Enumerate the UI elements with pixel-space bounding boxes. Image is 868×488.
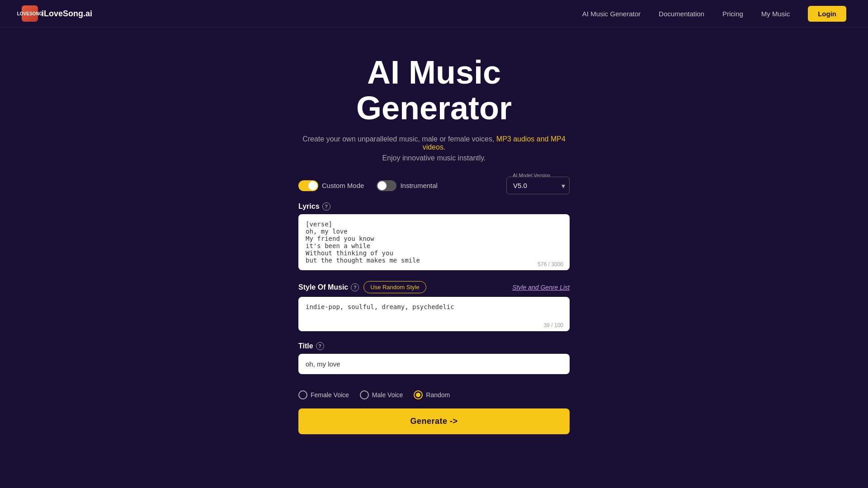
title-help-icon[interactable]: ? xyxy=(316,342,324,350)
lyrics-textarea-wrapper: [verse] oh, my love My friend you know i… xyxy=(298,214,570,272)
main-content: AI Music Generator Create your own unpar… xyxy=(289,28,579,452)
lyrics-label: Lyrics ? xyxy=(298,202,570,211)
logo[interactable]: LOVESONG iLoveSong.ai xyxy=(22,5,92,22)
custom-mode-toggle-item[interactable]: Custom Mode xyxy=(298,180,364,191)
nav-links: AI Music Generator Documentation Pricing… xyxy=(582,10,790,18)
ai-model-select-wrapper: V5.0 V4.0 V3.0 xyxy=(506,177,570,194)
lyrics-section: Lyrics ? [verse] oh, my love My friend y… xyxy=(298,202,570,272)
title-input[interactable] xyxy=(298,354,570,374)
male-voice-label: Male Voice xyxy=(372,391,403,399)
title-label: Title ? xyxy=(298,342,570,350)
logo-icon: LOVESONG xyxy=(22,5,38,22)
instrumental-toggle[interactable] xyxy=(377,180,396,191)
generate-button[interactable]: Generate -> xyxy=(298,408,570,434)
random-voice-radio-inner xyxy=(416,393,420,397)
style-textarea[interactable]: indie-pop, soulful, dreamy, psychedelic xyxy=(298,297,570,331)
login-button[interactable]: Login xyxy=(808,6,846,22)
instrumental-label: Instrumental xyxy=(400,182,438,189)
lyrics-char-count: 576 / 3000 xyxy=(538,261,563,267)
lyrics-help-icon[interactable]: ? xyxy=(322,202,330,211)
nav-link-documentation[interactable]: Documentation xyxy=(659,10,704,18)
navigation: LOVESONG iLoveSong.ai AI Music Generator… xyxy=(0,0,868,28)
style-textarea-wrapper: indie-pop, soulful, dreamy, psychedelic … xyxy=(298,297,570,333)
male-voice-radio[interactable] xyxy=(360,390,369,399)
custom-mode-toggle[interactable] xyxy=(298,180,318,191)
toggles-group: Custom Mode Instrumental xyxy=(298,180,438,191)
random-voice-radio[interactable] xyxy=(414,390,423,399)
style-label: Style Of Music ? xyxy=(298,283,359,291)
style-row: Style Of Music ? Use Random Style Style … xyxy=(298,281,570,293)
style-char-count: 39 / 100 xyxy=(544,322,563,328)
style-left: Style Of Music ? Use Random Style xyxy=(298,281,426,293)
voice-row: Female Voice Male Voice Random xyxy=(298,390,570,399)
ai-model-select[interactable]: V5.0 V4.0 V3.0 xyxy=(506,177,570,194)
style-genre-link[interactable]: Style and Genre List xyxy=(512,284,570,291)
title-section: Title ? xyxy=(298,342,570,383)
style-section: Style Of Music ? Use Random Style Style … xyxy=(298,281,570,333)
logo-text: iLoveSong.ai xyxy=(42,9,92,19)
male-voice-option[interactable]: Male Voice xyxy=(360,390,403,399)
random-voice-label: Random xyxy=(426,391,450,399)
nav-link-my-music[interactable]: My Music xyxy=(761,10,790,18)
female-voice-radio[interactable] xyxy=(298,390,307,399)
instrumental-toggle-item[interactable]: Instrumental xyxy=(377,180,438,191)
controls-row: Custom Mode Instrumental AI Model Versio… xyxy=(298,177,570,194)
random-voice-option[interactable]: Random xyxy=(414,390,450,399)
ai-model-version-wrapper: AI Model Version V5.0 V4.0 V3.0 xyxy=(506,177,570,194)
random-style-button[interactable]: Use Random Style xyxy=(363,281,426,293)
lyrics-textarea[interactable]: [verse] oh, my love My friend you know i… xyxy=(298,214,570,270)
hero-subtitle: Create your own unparalleled music, male… xyxy=(298,135,570,151)
hero-subtitle2: Enjoy innovative music instantly. xyxy=(298,154,570,162)
female-voice-label: Female Voice xyxy=(311,391,349,399)
female-voice-option[interactable]: Female Voice xyxy=(298,390,349,399)
showcase-section: AI Music Generator Showcase xyxy=(0,479,868,488)
nav-link-pricing[interactable]: Pricing xyxy=(722,10,743,18)
custom-mode-label: Custom Mode xyxy=(322,182,364,189)
nav-link-ai-music[interactable]: AI Music Generator xyxy=(582,10,641,18)
style-help-icon[interactable]: ? xyxy=(351,283,359,291)
page-title: AI Music Generator xyxy=(298,55,570,126)
